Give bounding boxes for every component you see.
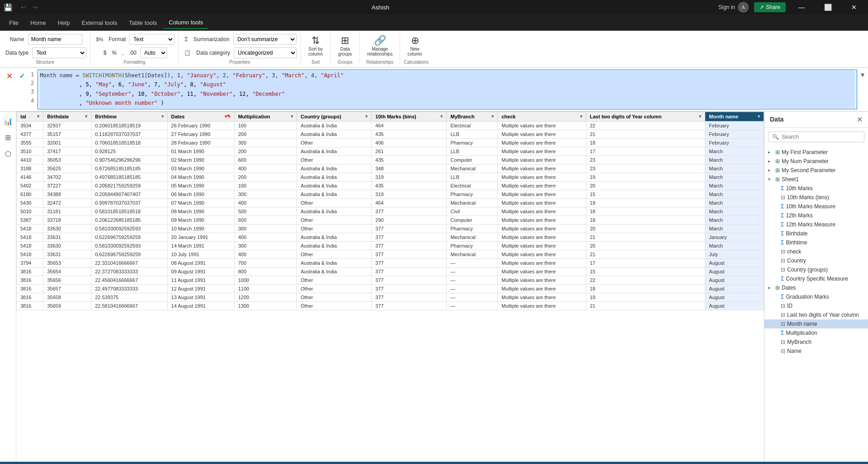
report-view-icon[interactable]: 📊 — [2, 115, 14, 128]
maximize-button[interactable]: ⬜ — [817, 0, 838, 14]
format-select[interactable]: Text — [129, 34, 175, 45]
groups-icon: ⊞ — [341, 36, 349, 46]
table-cell: August — [705, 293, 764, 301]
minimize-button[interactable]: — — [791, 0, 812, 14]
col-header-country-groups[interactable]: Country (groups) ▾ — [297, 112, 371, 121]
tree-item-label: Country Specific Measure — [786, 276, 848, 282]
search-input[interactable] — [782, 134, 860, 140]
redo-button[interactable]: ↪ — [30, 2, 41, 13]
tree-item[interactable]: ⊟Month name — [764, 319, 868, 328]
col-header-last-two-digits[interactable]: Last two digits of Year column ▾ — [586, 112, 705, 121]
col-header-month-name[interactable]: Month name ▾ — [705, 112, 764, 121]
col-header-10th-marks-bins[interactable]: 10th Marks (bins) ▾ — [372, 112, 447, 121]
expand-icon: ▸ — [768, 150, 774, 155]
menu-table-tools[interactable]: Table tools — [123, 16, 162, 29]
sort-by-column-button[interactable]: ⇅ Sort bycolumn — [305, 34, 326, 58]
col-header-check[interactable]: check ▾ — [498, 112, 586, 121]
tree-item[interactable]: ▸⊞Dates — [764, 283, 868, 292]
table-row: 38163565722.497708333333312 August 19911… — [17, 284, 764, 293]
formula-content-area: Month name = SWITCH(MONTH(Sheet1[Dates])… — [38, 70, 857, 109]
tree-item[interactable]: ▸⊞My Second Parameter — [764, 166, 868, 175]
auto-select[interactable]: Auto — [140, 47, 167, 58]
panel-close-button[interactable]: ✕ — [857, 115, 863, 124]
tree-item[interactable]: Σ10th Marks — [764, 184, 868, 193]
tree-item[interactable]: ▸⊞My First Parameter — [764, 148, 868, 157]
table-cell: March — [705, 198, 764, 207]
table-cell: 5418 — [17, 241, 43, 250]
datacategory-select[interactable]: Uncategorized — [234, 47, 297, 58]
tree-item[interactable]: ⊟Last two digits of Year column — [764, 310, 868, 319]
tree-item-label: 10th Marks (bins) — [787, 194, 829, 201]
share-button[interactable]: ↗ Share — [754, 2, 786, 12]
close-button[interactable]: ✕ — [844, 0, 864, 14]
tree-item[interactable]: ΣGraduation Marks — [764, 292, 868, 301]
tree-item[interactable]: ΣBirthdate — [764, 229, 868, 238]
name-label: Name — [8, 35, 26, 43]
table-cell: 20 — [586, 181, 705, 190]
tree-item[interactable]: Σ10th Marks Measure — [764, 202, 868, 211]
table-cell: 5402 — [17, 181, 43, 190]
col-header-tal[interactable]: tal ▾ — [17, 112, 43, 121]
tree-item[interactable]: ΣBirthtime — [764, 238, 868, 247]
undo-button[interactable]: ↩ — [18, 2, 29, 13]
tree-item[interactable]: ⊟Country (groups) — [764, 265, 868, 274]
table-cell: Other — [297, 198, 371, 207]
menu-home[interactable]: Home — [25, 16, 52, 29]
table-cell: Multiple values are there — [498, 181, 586, 190]
ribbon-sort: ⇅ Sort bycolumn Sort — [301, 33, 330, 66]
model-view-icon[interactable]: ⬡ — [2, 148, 14, 160]
tree-item-label: My Second Parameter — [782, 167, 835, 173]
table-cell: Multiple values are there — [498, 173, 586, 181]
tree-item[interactable]: ⊟check — [764, 247, 868, 256]
table-cell: March — [705, 164, 764, 173]
formula-text[interactable]: Month name = SWITCH(MONTH(Sheet1[Dates])… — [38, 70, 857, 109]
tree-item-label: Dates — [782, 285, 796, 291]
tree-item[interactable]: ▾⊞Sheet1 — [764, 175, 868, 184]
signin-area[interactable]: Sign in A — [718, 2, 749, 13]
new-column-button[interactable]: ⊕ Newcolumn — [404, 34, 425, 58]
data-groups-button[interactable]: ⊞ Datagroups — [334, 34, 356, 58]
datatype-label: Data type — [4, 49, 30, 57]
tree-item-label: My Num Parameter — [782, 158, 829, 164]
formula-cancel-button[interactable]: ✕ — [4, 70, 14, 81]
col-header-birthdate[interactable]: Birthdate ▾ — [43, 112, 91, 121]
table-cell: Computer — [447, 216, 498, 224]
menu-external-tools[interactable]: External tools — [76, 16, 123, 29]
col-header-birthtime[interactable]: Birthtime ▾ — [91, 112, 167, 121]
manage-relationships-button[interactable]: 🔗 Managerelationships — [363, 34, 396, 58]
tree-item[interactable]: ▸⊞My Num Parameter — [764, 157, 868, 166]
data-table: tal ▾ Birthdate ▾ Birthtime ▾ Dates ▾✎ M… — [16, 112, 764, 310]
name-input[interactable] — [28, 34, 82, 45]
tree-item[interactable]: ⊟Country — [764, 256, 868, 265]
tree-item[interactable]: Σ12th Marks Measure — [764, 220, 868, 229]
tree-item-label: Birthtime — [786, 239, 807, 246]
panel-title: Data — [770, 116, 783, 123]
table-cell: 19 — [586, 293, 705, 301]
tree-item[interactable]: ΣCountry Specific Measure — [764, 274, 868, 283]
table-icon: ⊞ — [775, 176, 780, 183]
tree-item[interactable]: ⊟MyBranch — [764, 337, 868, 347]
save-icon[interactable]: 💾 — [4, 3, 13, 12]
formula-confirm-button[interactable]: ✓ — [16, 70, 27, 81]
menu-help[interactable]: Help — [52, 16, 75, 29]
data-view-icon[interactable]: ⊞ — [2, 131, 14, 144]
menu-file[interactable]: File — [4, 16, 24, 29]
menu-column-tools[interactable]: Column tools — [163, 16, 208, 29]
col-header-dates[interactable]: Dates ▾✎ — [167, 112, 234, 121]
table-cell: 377 — [372, 207, 447, 216]
table-cell: August — [705, 258, 764, 267]
table-cell: 3816 — [17, 293, 43, 301]
col-header-mybranch[interactable]: MyBranch ▾ — [447, 112, 498, 121]
tree-item[interactable]: ⊟10th Marks (bins) — [764, 193, 868, 202]
formula-expand-button[interactable]: ▾ — [861, 70, 864, 79]
tree-item[interactable]: Σ12th Marks — [764, 211, 868, 220]
datatype-select[interactable]: Text — [32, 47, 86, 58]
summarization-select[interactable]: Don't summarize — [233, 34, 297, 45]
table-cell: LLB — [447, 130, 498, 138]
col-header-multiplication[interactable]: Multiplication ▾ — [234, 112, 297, 121]
tree-item[interactable]: ΣMultiplication — [764, 328, 868, 337]
tree-item[interactable]: ⊟Name — [764, 347, 868, 356]
tree-item[interactable]: ⊟ID — [764, 301, 868, 310]
table-cell: 0.907546296296296 — [91, 155, 167, 164]
percent-sign: % — [110, 49, 118, 57]
